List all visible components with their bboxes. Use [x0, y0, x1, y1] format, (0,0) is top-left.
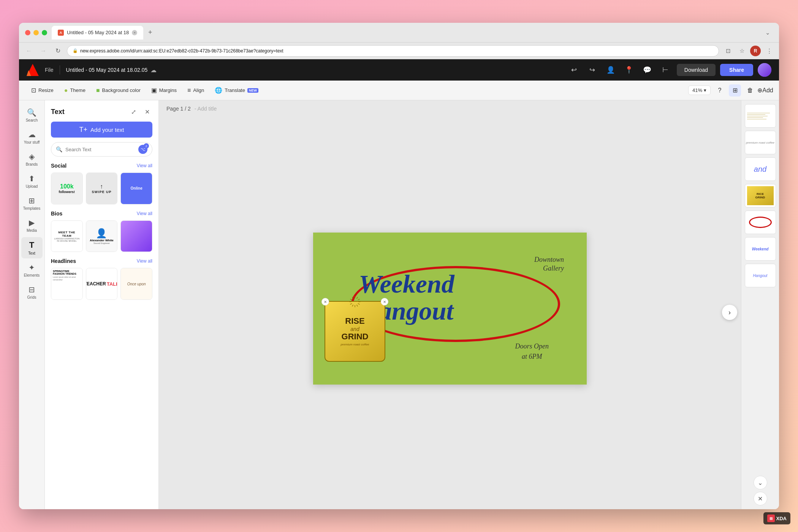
filter-badge: 2 — [144, 143, 149, 149]
sidebar-item-media[interactable]: ▶ Media — [21, 215, 43, 236]
chevron-down-icon[interactable]: ⌄ — [762, 27, 773, 38]
url-bar[interactable]: 🔒 new.express.adobe.com/id/urn:aaid:sc:E… — [67, 45, 719, 57]
theme-icon: ● — [64, 87, 68, 94]
translate-icon: 🌐 — [215, 87, 222, 94]
panel-actions: ⤢ ✕ — [128, 106, 152, 117]
thumb-weekend[interactable]: Weekend — [745, 237, 776, 261]
sidebar-item-brands[interactable]: ◈ Brands — [21, 149, 43, 169]
cast-icon[interactable]: ⊡ — [723, 46, 733, 56]
undo-button[interactable]: ↩ — [567, 63, 581, 77]
minimize-button[interactable] — [33, 30, 39, 35]
template-once-upon[interactable]: Once upon — [120, 268, 152, 300]
zoom-control[interactable]: 41% ▾ — [688, 86, 711, 95]
present-icon[interactable]: ⊢ — [659, 63, 672, 77]
profile-button[interactable]: R — [750, 46, 761, 56]
layers-icon[interactable]: ⊞ — [729, 84, 741, 97]
forward-button[interactable]: → — [38, 46, 49, 56]
grind-text: GRIND — [342, 332, 369, 341]
avatar-image — [758, 63, 771, 77]
template-alexander[interactable]: 👤 Alexander White Sound Engineer — [86, 220, 118, 252]
selection-handle-tl[interactable]: ✕ — [321, 298, 329, 306]
social-section-header: Social View all — [51, 163, 152, 169]
rise-grind-element[interactable]: RISE and GRIND premium roast coffee ✕ ✕ — [325, 301, 385, 362]
thumb-rice-grind[interactable]: RICEGRIND — [745, 184, 776, 207]
weekend-hangout-text[interactable]: Weekend Hangout — [359, 271, 575, 325]
translate-button[interactable]: 🌐 Translate NEW — [210, 84, 263, 96]
more-options-icon[interactable]: ⋮ — [764, 46, 774, 56]
sidebar-item-your-stuff[interactable]: ☁ Your stuff — [21, 127, 43, 147]
add-icon[interactable]: ⊕ Add — [759, 84, 771, 97]
text-panel: Text ⤢ ✕ T+ Add your text 🔍 ⌥ 2 — [45, 100, 159, 509]
template-fashion[interactable]: SPRINGTIMEFASHION TRENDS Lorem ipsum dol… — [51, 268, 83, 300]
canvas-wrapper: Downtown Gallery Weekend Hangout — [159, 116, 741, 509]
collapse-panel-button[interactable]: ⌄ — [754, 476, 767, 489]
toolbar-right: 41% ▾ ? ⊞ 🗑 ⊕ Add — [688, 84, 771, 97]
template-online[interactable]: Online — [120, 173, 152, 204]
search-input[interactable] — [65, 147, 135, 152]
theme-button[interactable]: ● Theme — [60, 85, 90, 96]
resize-button[interactable]: ⊡ Resize — [27, 84, 58, 96]
close-panel-button[interactable]: ✕ — [142, 106, 152, 117]
refresh-button[interactable]: ↻ — [52, 46, 63, 56]
close-button[interactable] — [25, 30, 30, 35]
template-teacher-talk[interactable]: TEACHER TALK — [86, 268, 118, 300]
align-button[interactable]: ≡ Align — [183, 85, 209, 96]
thumb-hangout[interactable]: Hangout — [745, 264, 776, 287]
thumb-lines[interactable] — [745, 104, 776, 128]
add-title-label[interactable]: - Add title — [195, 106, 217, 112]
template-rac[interactable] — [120, 220, 152, 252]
svg-line-6 — [358, 304, 360, 305]
bios-view-all[interactable]: View all — [137, 211, 152, 216]
and-text: and — [350, 326, 359, 332]
margins-button[interactable]: ▣ Margins — [147, 84, 181, 96]
design-canvas[interactable]: Downtown Gallery Weekend Hangout — [313, 233, 587, 385]
templates-icon: ⊞ — [28, 196, 35, 205]
adobe-express-app: File Untitled - 05 May 2024 at 18.02.05 … — [19, 59, 779, 509]
svg-line-4 — [358, 299, 360, 300]
sidebar-item-upload[interactable]: ⬆ Upload — [21, 171, 43, 192]
pin-icon[interactable]: 📍 — [622, 63, 636, 77]
new-tab-button[interactable]: + — [145, 27, 155, 38]
delete-icon[interactable]: 🗑 — [744, 84, 756, 97]
star-icon[interactable]: ☆ — [736, 46, 747, 56]
sidebar-item-grids[interactable]: ⊟ Grids — [21, 282, 43, 302]
active-tab[interactable]: A Untitled - 05 May 2024 at 18 × — [52, 26, 143, 40]
share-button[interactable]: Share — [720, 64, 753, 76]
template-swipe-up[interactable]: ↑ SWIPE UP — [86, 173, 118, 204]
headlines-view-all[interactable]: View all — [137, 258, 152, 264]
close-panel-button[interactable]: ✕ — [754, 492, 767, 505]
thumb-oval[interactable] — [745, 211, 776, 234]
download-button[interactable]: Download — [677, 64, 716, 76]
comment-icon[interactable]: 💬 — [640, 63, 654, 77]
add-text-button[interactable]: T+ Add your text — [51, 122, 152, 138]
background-color-button[interactable]: ■ Background color — [92, 85, 145, 96]
back-button[interactable]: ← — [24, 46, 34, 56]
selection-handle-tr[interactable]: ✕ — [381, 298, 388, 306]
expand-panel-button[interactable]: ⤢ — [128, 106, 139, 117]
filter-button[interactable]: ⌥ 2 — [138, 145, 147, 154]
help-icon[interactable]: ? — [714, 84, 726, 97]
lock-icon: 🔒 — [73, 48, 78, 53]
thumb-premium-text[interactable]: premium roast coffee — [745, 131, 776, 154]
thumb-and-text[interactable]: and — [745, 157, 776, 181]
template-followers[interactable]: 100k followers! — [51, 173, 83, 204]
panel-title: Text — [51, 108, 65, 116]
collaborate-icon[interactable]: 👤 — [604, 63, 618, 77]
social-view-all[interactable]: View all — [137, 163, 152, 168]
tab-close-button[interactable]: × — [132, 30, 137, 35]
brands-icon: ◈ — [29, 152, 35, 161]
user-avatar[interactable] — [758, 63, 771, 77]
template-meet-team[interactable]: MEET THETEAM LARISSA HARRINGTONIN HOUSE … — [51, 220, 83, 252]
sidebar-item-templates[interactable]: ⊞ Templates — [21, 193, 43, 214]
sidebar-item-search[interactable]: 🔍 Search — [21, 105, 43, 125]
svg-line-10 — [350, 304, 352, 305]
right-panel: premium roast coffee and RICEGRIND Weeke… — [741, 100, 779, 509]
maximize-button[interactable] — [42, 30, 47, 35]
sidebar-item-text[interactable]: T Text — [21, 237, 43, 258]
next-page-button[interactable]: › — [722, 305, 737, 320]
text-plus-icon: T+ — [79, 126, 88, 134]
doors-open-text[interactable]: Doors Open at 6PM — [515, 341, 549, 362]
redo-button[interactable]: ↪ — [586, 63, 599, 77]
sidebar-item-elements[interactable]: ✦ Elements — [21, 260, 43, 280]
file-menu[interactable]: File — [45, 67, 54, 73]
